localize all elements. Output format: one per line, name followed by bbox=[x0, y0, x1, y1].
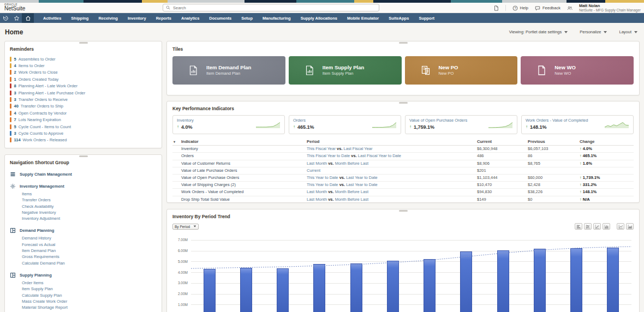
chart-type-button-line-steps-chart[interactable] bbox=[593, 223, 601, 230]
kpi-period[interactable]: This Year to Date vs. Last Year to Date bbox=[306, 182, 476, 189]
period-b[interactable]: Last Year to Date bbox=[346, 175, 378, 180]
shortcut-link-demand-history[interactable]: Demand History bbox=[22, 235, 157, 241]
nav-item-receiving[interactable]: Receiving bbox=[93, 13, 122, 23]
period-select[interactable]: By Period bbox=[172, 224, 199, 230]
shortcut-link-order-items[interactable]: Order Items bbox=[22, 280, 157, 286]
period-a[interactable]: Last Month bbox=[307, 197, 327, 202]
kpi-period[interactable]: This Fiscal Year vs. Last Fiscal Year bbox=[306, 146, 476, 153]
layout-dropdown[interactable]: Layout bbox=[619, 29, 637, 34]
reminder-item[interactable]: 1Orders Created Today bbox=[10, 76, 157, 82]
chart-type-button-hbar-chart[interactable] bbox=[575, 223, 582, 230]
shortcut-link-forecast-vs-actual[interactable]: Forecast vs Actual bbox=[22, 242, 157, 248]
reminder-item[interactable]: 3Cycle Counts to Approve bbox=[10, 130, 157, 136]
tile-item-supply-plan[interactable]: Item Supply PlanItem Supply Plan bbox=[289, 56, 402, 85]
shortcut-link-calculate-supply-plan[interactable]: Calculate Supply Plan bbox=[22, 292, 157, 298]
viewing-dropdown[interactable]: Viewing: Portlet date settings bbox=[509, 29, 568, 34]
tile-item-demand-plan[interactable]: Item Demand PlanItem Demand Plan bbox=[172, 56, 285, 85]
kpi-indicator[interactable]: Value of Late Purchase Orders bbox=[180, 167, 306, 174]
netsuite-logo[interactable]: ORACLE NetSuite bbox=[4, 3, 25, 11]
reminder-item[interactable]: 3Transfer Orders to Receive bbox=[10, 96, 157, 103]
kpi-period[interactable]: Last Month vs. Month Before Last bbox=[306, 160, 476, 167]
nav-item-reports[interactable]: Reports bbox=[151, 13, 176, 23]
kpi-card-value-of-open-purchase-orders[interactable]: Value of Open Purchase Orders↑1,759.1% bbox=[405, 115, 517, 134]
shortcut-link-material-shortage-report[interactable]: Material Shortage Report bbox=[22, 304, 157, 310]
tile-new-po[interactable]: New PONew PO bbox=[405, 56, 518, 85]
reminder-item[interactable]: 40Transfer Orders to Ship bbox=[10, 103, 157, 110]
nav-item-analytics[interactable]: Analytics bbox=[176, 13, 204, 23]
kpi-col-header-indicator[interactable]: Indicator bbox=[180, 139, 306, 146]
period-a[interactable]: This Year to Date bbox=[307, 182, 338, 187]
kpi-indicator[interactable]: Work Orders - Value of Completed bbox=[180, 189, 306, 196]
chart-type-button-column-chart[interactable] bbox=[603, 223, 610, 230]
feedback-button[interactable]: Feedback bbox=[535, 5, 560, 11]
period-b[interactable]: Last Fiscal Year bbox=[344, 146, 373, 151]
period-a[interactable]: Current bbox=[307, 168, 320, 173]
shortcuts-button[interactable] bbox=[11, 13, 22, 23]
period-b[interactable]: Month Before Last bbox=[335, 189, 368, 194]
kpi-indicator[interactable]: Value of Shipping Charges (2) bbox=[180, 182, 306, 189]
recent-records-button[interactable] bbox=[0, 13, 11, 23]
reminder-item[interactable]: 3Planning Alert - Late Purchase Order bbox=[10, 89, 157, 96]
kpi-period[interactable]: Last Month vs. Month Before Last bbox=[306, 189, 476, 196]
portlet-minimize-handle[interactable] bbox=[399, 42, 408, 44]
period-a[interactable]: This Year to Date bbox=[307, 175, 338, 180]
period-b[interactable]: Month Before Last bbox=[335, 197, 368, 202]
home-button[interactable] bbox=[22, 13, 34, 23]
shortcut-group-header-supply-planning[interactable]: Supply Planning bbox=[10, 272, 157, 278]
nav-item-manufacturing[interactable]: Manufacturing bbox=[258, 13, 296, 23]
user-menu[interactable]: Matt Nolan NetSuite - MFG Supply Chain M… bbox=[579, 3, 641, 13]
portlet-minimize-handle[interactable] bbox=[399, 210, 408, 212]
shortcut-link-items[interactable]: Items bbox=[22, 191, 157, 197]
reminder-item[interactable]: 7Lots Nearing Expiration bbox=[10, 117, 157, 123]
reminder-item[interactable]: 2Work Orders to Close bbox=[10, 69, 157, 76]
shortcut-link-inventory-adjustment[interactable]: Inventory Adjustment bbox=[22, 215, 157, 221]
global-search[interactable] bbox=[163, 4, 379, 11]
portlet-minimize-handle[interactable] bbox=[399, 102, 408, 104]
tile-new-wo[interactable]: New WONew WO bbox=[521, 56, 634, 85]
period-a[interactable]: This Fiscal Year bbox=[307, 146, 336, 151]
nav-item-support[interactable]: Support bbox=[414, 13, 439, 23]
shortcut-link-transfer-orders[interactable]: Transfer Orders bbox=[22, 197, 157, 203]
nav-item-supply-allocations[interactable]: Supply Allocations bbox=[296, 13, 342, 23]
help-button[interactable]: ? Help bbox=[512, 5, 528, 11]
period-b[interactable]: Month Before Last bbox=[335, 161, 368, 166]
kpi-col-header-previous[interactable]: Previous bbox=[527, 139, 579, 146]
kpi-period[interactable]: Current bbox=[306, 167, 476, 174]
new-document-button[interactable] bbox=[493, 5, 499, 11]
kpi-col-header-current[interactable]: Current bbox=[476, 139, 527, 146]
nav-item-suiteapps[interactable]: SuiteApps bbox=[384, 13, 414, 23]
nav-item-inventory[interactable]: Inventory bbox=[123, 13, 151, 23]
kpi-period[interactable]: This Year to Date vs. Last Year to Date bbox=[306, 175, 476, 182]
kpi-period[interactable]: This Fiscal Year to Date vs. Last Fiscal… bbox=[306, 153, 476, 160]
search-input[interactable] bbox=[173, 5, 376, 10]
roles-button[interactable] bbox=[567, 5, 573, 11]
nav-item-documents[interactable]: Documents bbox=[204, 13, 236, 23]
kpi-indicator[interactable]: Orders bbox=[180, 153, 306, 160]
chart-type-button-area-chart[interactable] bbox=[626, 223, 634, 230]
period-b[interactable]: Last Year to Date bbox=[346, 182, 378, 187]
personalize-dropdown[interactable]: Personalize bbox=[580, 29, 607, 34]
shortcut-link-negative-inventory[interactable]: Negative Inventory bbox=[22, 209, 157, 215]
reminder-item[interactable]: 4Open Contracts by Vendor bbox=[10, 110, 157, 116]
shortcut-link-gross-requirements[interactable]: Gross Requirements bbox=[22, 254, 157, 260]
kpi-indicator[interactable]: Inventory bbox=[180, 146, 306, 153]
chart-type-button-hbar-line-chart[interactable] bbox=[584, 223, 592, 230]
kpi-period[interactable]: Last Month vs. Month Before Last bbox=[306, 196, 476, 203]
shortcut-link-calculate-demand-plan[interactable]: Calculate Demand Plan bbox=[22, 260, 157, 266]
chart-type-button-line-chart[interactable] bbox=[617, 223, 624, 230]
reminder-item[interactable]: 4Items to Order bbox=[10, 62, 157, 69]
nav-item-mobile-emulator[interactable]: Mobile Emulator bbox=[342, 13, 384, 23]
reminder-item[interactable]: 8Planning Alert - Late Work Order bbox=[10, 83, 157, 89]
period-a[interactable]: Last Month bbox=[307, 189, 327, 194]
nav-item-setup[interactable]: Setup bbox=[236, 13, 258, 23]
reminder-item[interactable]: 5Cycle Count - Items to Count bbox=[10, 123, 157, 130]
period-a[interactable]: Last Month bbox=[307, 161, 327, 166]
kpi-card-orders[interactable]: Orders↑465.1% bbox=[289, 115, 401, 134]
shortcut-group-header-demand-planning[interactable]: Demand Planning bbox=[10, 227, 157, 233]
reminder-item[interactable]: 114Work Orders - Released bbox=[10, 137, 157, 143]
shortcut-link-item-demand-plan[interactable]: Item Demand Plan bbox=[22, 248, 157, 254]
kpi-indicator[interactable]: Drop Ship Total Sold Value bbox=[180, 196, 306, 203]
portlet-minimize-handle[interactable] bbox=[79, 155, 88, 157]
period-a[interactable]: This Fiscal Year to Date bbox=[307, 153, 350, 158]
period-b[interactable]: Last Fiscal Year to Date bbox=[358, 153, 401, 158]
